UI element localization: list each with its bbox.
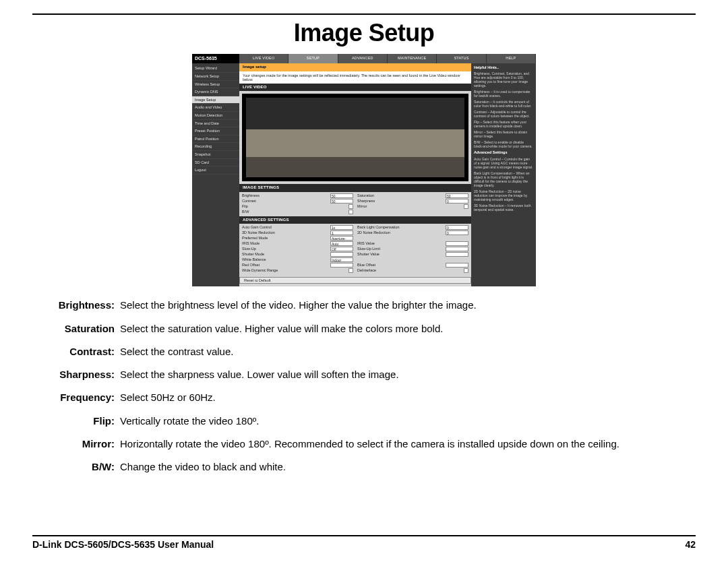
checkbox[interactable] [348, 204, 353, 209]
select[interactable]: 1 [330, 230, 353, 235]
select[interactable]: 0 [446, 225, 468, 230]
definition-saturation: SaturationSelect the saturation value. H… [32, 322, 696, 336]
sidebar-item-audio-and-video[interactable]: Audio and Video [192, 104, 239, 112]
select[interactable]: 50 [446, 193, 468, 198]
setting-red-offset: Red Offset [242, 263, 353, 268]
sidebar-item-preset-position[interactable]: Preset Position [192, 127, 239, 135]
sidebar-item-motion-detection[interactable]: Motion Detection [192, 112, 239, 120]
setting-brightness: Brightness50 [242, 193, 353, 198]
definition-desc: Select the contrast value. [120, 345, 696, 358]
setting-wide-dynamic-range: Wide Dynamic Range [242, 268, 353, 273]
setting-iris-value: IRIS Value [357, 241, 468, 246]
setting-auto-gain-control: Auto Gain Control1x [242, 225, 353, 230]
sidebar: Setup WizardNetwork SetupWireless SetupD… [192, 63, 239, 286]
reset-button[interactable]: Reset to Default [239, 277, 471, 284]
tab-setup[interactable]: SETUP [289, 54, 338, 63]
image-settings-header: IMAGE SETTINGS [239, 184, 471, 191]
tab-status[interactable]: STATUS [437, 54, 486, 63]
select[interactable] [446, 247, 468, 251]
select[interactable]: 50 [330, 199, 353, 204]
sidebar-item-wireless-setup[interactable]: Wireless Setup [192, 81, 239, 89]
definition-frequency-: Frequency:Select 50Hz or 60Hz. [32, 391, 696, 404]
setting-sharpness: Sharpness0 [357, 199, 468, 204]
checkbox[interactable] [464, 268, 468, 273]
select[interactable] [330, 263, 353, 268]
definition-term: Brightness: [32, 299, 120, 312]
advanced-settings-header: ADVANCED SETTINGS [239, 216, 471, 224]
checkbox[interactable] [348, 268, 353, 273]
setting-blue-offset: Blue Offset [357, 263, 468, 268]
tab-maintenance[interactable]: MAINTENANCE [388, 54, 437, 63]
setting-iris-mode: IRIS ModeAuto [242, 241, 353, 246]
select[interactable]: 0 [446, 199, 468, 204]
select[interactable]: 50 [330, 193, 353, 198]
section-note: Your changes made for the image settings… [239, 71, 471, 84]
setting-mirror: Mirror [357, 204, 468, 209]
image-settings-form: Brightness50Saturation50Contrast50Sharpn… [239, 192, 471, 216]
definition-desc: Change the video to black and white. [120, 460, 696, 474]
tab-advanced[interactable]: ADVANCED [338, 54, 388, 63]
setting-back-light-compensation: Back Light Compensation0 [357, 225, 468, 230]
definition-desc: Horizontally rotate the video 180º. Reco… [120, 437, 696, 451]
setting-slow-up: Slow-UpOff [242, 247, 353, 251]
definition-contrast-: Contrast:Select the contrast value. [32, 345, 696, 358]
definition-desc: Select the sharpness value. Lower value … [120, 368, 696, 381]
definition-mirror-: Mirror:Horizontally rotate the video 180… [32, 437, 696, 451]
select[interactable] [330, 252, 353, 257]
setting-contrast: Contrast50 [242, 199, 353, 204]
definition-term: Contrast: [32, 345, 120, 358]
definition-desc: Select the brightness level of the video… [120, 299, 696, 312]
definition-term: Mirror: [32, 437, 120, 451]
select[interactable]: Aperture-preferred [330, 236, 353, 241]
advanced-settings-form: Auto Gain Control1xBack Light Compensati… [239, 224, 471, 275]
select[interactable] [446, 252, 468, 257]
definition-sharpness-: Sharpness:Select the sharpness value. Lo… [32, 368, 696, 381]
select[interactable]: 0 [446, 230, 468, 235]
setting-slow-up-limit: Slow-Up Limit [357, 247, 468, 251]
top-tabs: LIVE VIDEOSETUPADVANCEDMAINTENANCESTATUS… [239, 54, 536, 63]
setting-flip: Flip [242, 204, 353, 209]
live-video-preview [242, 94, 468, 181]
setting-preferred-mode: Preferred ModeAperture-preferred [242, 236, 353, 241]
footer-left: D-Link DCS-5605/DCS-5635 User Manual [32, 539, 214, 550]
tab-live-video[interactable]: LIVE VIDEO [239, 54, 289, 63]
select[interactable]: Indoor [330, 257, 353, 262]
definition-flip-: Flip:Vertically rotate the video 180º. [32, 414, 696, 428]
sidebar-item-dynamic-dns[interactable]: Dynamic DNS [192, 88, 239, 96]
sidebar-item-snapshot[interactable]: Snapshot [192, 151, 239, 159]
sidebar-item-patrol-position[interactable]: Patrol Position [192, 135, 239, 144]
definition-term: B/W: [32, 460, 120, 474]
sidebar-item-image-setup[interactable]: Image Setup [192, 96, 239, 104]
hints-text: Brightness, Contrast, Saturation, and Hu… [474, 71, 533, 88]
setting-deinterlace: DeInterlace [357, 268, 468, 273]
definition-brightness-: Brightness:Select the brightness level o… [32, 299, 696, 312]
definition-desc: Select 50Hz or 60Hz. [120, 391, 696, 404]
setting-white-balance: White BalanceIndoor [242, 257, 353, 262]
select[interactable]: Off [330, 247, 353, 251]
sidebar-item-setup-wizard[interactable]: Setup Wizard [192, 65, 239, 73]
select[interactable] [446, 241, 468, 246]
sidebar-item-time-and-date[interactable]: Time and Date [192, 120, 239, 128]
setting-b/w: B/W [242, 210, 353, 214]
checkbox[interactable] [348, 210, 353, 214]
checkbox[interactable] [464, 204, 468, 209]
setting-saturation: Saturation50 [357, 193, 468, 198]
sidebar-item-network-setup[interactable]: Network Setup [192, 73, 239, 81]
definition-term: Flip: [32, 414, 120, 428]
section-banner: Image setup [239, 63, 471, 71]
definition-term: Frequency: [32, 391, 120, 404]
definition-desc: Select the saturation value. Higher valu… [120, 322, 696, 336]
definition-term: Saturation [32, 322, 120, 336]
select[interactable] [446, 263, 468, 268]
page-title: Image Setup [32, 19, 696, 47]
sidebar-item-logout[interactable]: Logout [192, 166, 239, 175]
tab-help[interactable]: HELP [487, 54, 536, 63]
sidebar-item-sd-card[interactable]: SD Card [192, 159, 239, 167]
definition-b/w-: B/W:Change the video to black and white. [32, 460, 696, 474]
definition-desc: Vertically rotate the video 180º. [120, 414, 696, 428]
select[interactable]: 1x [330, 225, 353, 230]
select[interactable]: Auto [330, 241, 353, 246]
setting-blank [357, 236, 468, 241]
sidebar-item-recording[interactable]: Recording [192, 143, 239, 151]
setting-blank [357, 257, 468, 262]
